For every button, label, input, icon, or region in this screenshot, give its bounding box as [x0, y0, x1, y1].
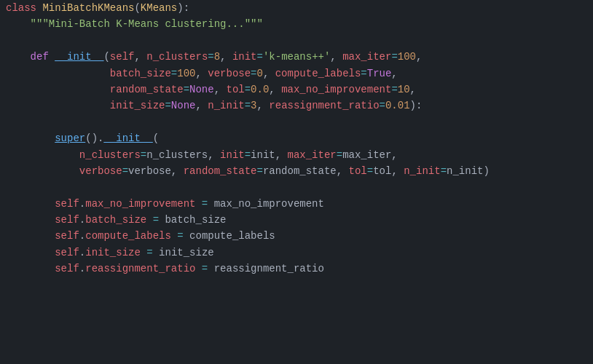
token: KMeans	[141, 2, 177, 14]
token	[6, 214, 55, 226]
token: n_init	[447, 165, 483, 177]
line-content: """Mini-Batch K-Means clustering..."""	[6, 16, 593, 32]
token: 'k-means++'	[263, 51, 330, 63]
token: max_no_improvement	[281, 84, 391, 95]
token: self	[110, 51, 135, 63]
code-line: self.init_size = init_size	[0, 245, 593, 261]
token: =	[367, 165, 373, 177]
token: 100	[177, 68, 195, 79]
token: ,	[410, 84, 416, 95]
token: batch_size	[85, 214, 146, 226]
token: 10	[398, 84, 410, 95]
token: =	[141, 247, 159, 258]
token: =	[146, 214, 165, 226]
token: ,	[195, 100, 208, 111]
token: =	[245, 84, 251, 95]
token: self	[55, 263, 79, 274]
token	[6, 149, 79, 161]
token: (	[153, 132, 159, 144]
token: =	[245, 149, 251, 161]
code-line: verbose=verbose, random_state=random_sta…	[0, 163, 593, 179]
token: n_clusters	[146, 51, 208, 63]
token: .	[79, 214, 85, 226]
line-content: self.compute_labels = compute_labels	[6, 228, 593, 244]
token	[6, 132, 55, 144]
token	[6, 100, 110, 111]
line-content: init_size=None, n_init=3, reassignment_r…	[6, 98, 593, 114]
token: max_iter	[288, 149, 337, 161]
token: reassignment_ratio	[214, 263, 324, 274]
line-content	[6, 179, 593, 195]
token	[6, 51, 31, 63]
code-line: init_size=None, n_init=3, reassignment_r…	[0, 98, 593, 114]
token: n_init	[404, 165, 440, 177]
token: tol	[349, 165, 367, 177]
line-content: verbose=verbose, random_state=random_sta…	[6, 163, 593, 179]
token: (	[103, 51, 109, 63]
token: ,	[416, 51, 422, 63]
line-content: self.max_no_improvement = max_no_improve…	[6, 196, 593, 212]
token: =	[391, 84, 397, 95]
token: __init__	[103, 132, 152, 144]
token: =	[361, 68, 366, 79]
token: =	[245, 100, 251, 111]
token	[6, 165, 79, 177]
token: ,	[275, 149, 288, 161]
code-line: batch_size=100, verbose=0, compute_label…	[0, 66, 593, 82]
code-line	[0, 179, 593, 195]
token	[6, 18, 31, 30]
line-content: random_state=None, tol=0.0, max_no_impro…	[6, 82, 593, 98]
token: .	[79, 198, 85, 210]
token: super	[55, 132, 85, 144]
token: self	[55, 230, 79, 242]
token: init	[232, 51, 257, 63]
code-line: self.compute_labels = compute_labels	[0, 228, 593, 244]
line-content: n_clusters=n_clusters, init=init, max_it…	[6, 147, 593, 163]
token: ,	[171, 165, 184, 177]
token: verbose	[79, 165, 122, 177]
code-line	[0, 114, 593, 130]
token	[6, 68, 110, 79]
token: =	[165, 100, 170, 111]
token: =	[184, 84, 189, 95]
code-line: super().__init__(	[0, 130, 593, 146]
token	[6, 230, 55, 242]
token: tol	[373, 165, 391, 177]
code-line: self.max_no_improvement = max_no_improve…	[0, 196, 593, 212]
token	[6, 247, 55, 258]
token: random_state	[110, 84, 184, 95]
line-content: self.batch_size = batch_size	[6, 212, 593, 228]
line-content: class MiniBatchKMeans(KMeans):	[6, 0, 593, 16]
code-line: """Mini-Batch K-Means clustering..."""	[0, 16, 593, 32]
token: n_init	[208, 100, 244, 111]
token: ):	[410, 100, 423, 111]
token: self	[55, 198, 79, 210]
token: ,	[134, 51, 146, 63]
token: compute_labels	[85, 230, 171, 242]
token	[6, 84, 110, 95]
token: )	[92, 132, 98, 144]
token: compute_labels	[189, 230, 275, 242]
token: init_size	[85, 247, 141, 258]
token: =	[208, 51, 213, 63]
token: self	[55, 214, 79, 226]
line-content	[6, 114, 593, 130]
token: max_iter	[342, 149, 391, 161]
token: =	[257, 165, 263, 177]
token: =	[337, 149, 342, 161]
token: 0	[257, 68, 263, 79]
token: batch_size	[165, 214, 226, 226]
line-content: super().__init__(	[6, 130, 593, 146]
token: ,	[391, 149, 397, 161]
code-line: def __init__(self, n_clusters=8, init='k…	[0, 49, 593, 65]
token: init_size	[159, 247, 214, 258]
token: =	[251, 68, 256, 79]
token: n_clusters	[79, 149, 141, 161]
token: 8	[214, 51, 220, 63]
token: =	[195, 263, 213, 274]
line-content: self.init_size = init_size	[6, 245, 593, 261]
token: class	[6, 2, 42, 14]
token: max_no_improvement	[85, 198, 195, 210]
code-line: random_state=None, tol=0.0, max_no_impro…	[0, 82, 593, 98]
line-content: self.reassignment_ratio = reassignment_r…	[6, 261, 593, 277]
